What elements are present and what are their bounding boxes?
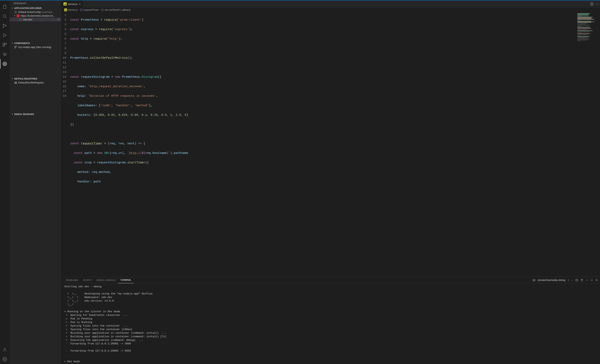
minimap[interactable] [576, 12, 600, 277]
svg-point-1 [3, 24, 4, 25]
line-gutter: 123456789101112131415161718 [61, 12, 70, 277]
panel-tabs: PROBLEMS OUTPUT DEBUG CONSOLE TERMINAL /… [61, 277, 600, 283]
section-title: DEVFILE REGISTRIES [14, 78, 37, 80]
breadcrumb-sep: › [99, 8, 100, 11]
section-header-components[interactable]: COMPONENTS [9, 41, 61, 45]
terminal-dropdown[interactable]: /private/tmp/nodejs-debug [538, 279, 565, 282]
extensions-icon[interactable] [0, 40, 9, 50]
method-icon [80, 9, 83, 11]
tree-item-kubeconfig[interactable]: Default KubeConfig /Users/pv... [9, 10, 61, 14]
tab-serverjs[interactable]: JS server.js ✕ [61, 0, 83, 8]
panel-tab-terminal[interactable]: TERMINAL [118, 277, 134, 283]
split-editor-icon[interactable] [590, 2, 593, 6]
breadcrumb-sep: › [78, 8, 79, 11]
svg-rect-17 [15, 83, 17, 84]
registry-icon [14, 81, 17, 84]
search-icon[interactable] [0, 11, 9, 21]
breadcrumb-symbol[interactable]: res.on('finish') callback [104, 8, 131, 11]
section-title: APPLICATION EXPLORER [14, 7, 41, 9]
breadcrumb-symbol[interactable]: requestTimer [84, 8, 99, 11]
main-area: JS server.js ✕ ⋯ JS server.js › requestT… [61, 0, 600, 364]
file-icon [14, 11, 17, 13]
tree-path: /Users/pv... [41, 10, 54, 13]
bottom-panel: PROBLEMS OUTPUT DEBUG CONSOLE TERMINAL /… [61, 277, 600, 364]
svg-rect-11 [19, 18, 22, 21]
namespace-icon [19, 18, 22, 21]
code-editor[interactable]: 123456789101112131415161718 const Promet… [61, 12, 576, 277]
chevron-down-icon [11, 113, 13, 115]
tree-item-registry[interactable]: DefaultDevfileRegistry [9, 81, 61, 84]
chevron-down-icon [11, 78, 13, 80]
section-components: COMPONENTS my-nodejs-app (dev running) [9, 41, 61, 49]
svg-rect-20 [80, 9, 82, 11]
chevron-down-icon [13, 15, 16, 17]
svg-point-9 [4, 348, 6, 350]
breadcrumb-file[interactable]: server.js [68, 8, 77, 11]
tree-label: odo-dev [23, 18, 32, 21]
svg-rect-21 [533, 279, 535, 281]
panel-tab-output[interactable]: OUTPUT [80, 277, 94, 283]
svg-rect-4 [3, 43, 5, 45]
activity-bar [0, 0, 9, 364]
split-terminal-icon[interactable] [575, 279, 578, 282]
svg-rect-5 [5, 43, 7, 45]
svg-rect-14 [15, 47, 16, 48]
source-control-icon[interactable] [0, 21, 9, 30]
tree-item-cluster[interactable]: https://kubernetes.docker.int... [9, 14, 61, 18]
terminal-launch-icon[interactable] [533, 279, 535, 282]
tree-label: https://kubernetes.docker.int... [21, 14, 55, 17]
section-devfile: DEVFILE REGISTRIES DefaultDevfileRegistr… [9, 77, 61, 84]
openshift-cluster-icon [17, 14, 19, 17]
javascript-icon: JS [64, 9, 67, 11]
app-root: OPENSHIFT ⋯ APPLICATION EXPLORER Default… [0, 0, 600, 364]
terminal-output[interactable]: Starting odo dev --debug / \__ Developin… [61, 283, 600, 364]
editor-wrap: 123456789101112131415161718 const Promet… [61, 12, 600, 277]
tabs-bar: JS server.js ✕ ⋯ [61, 0, 600, 8]
openshift-icon[interactable] [0, 59, 9, 69]
svg-rect-6 [3, 45, 5, 46]
svg-point-2 [3, 27, 4, 27]
svg-rect-12 [15, 46, 16, 47]
close-panel-icon[interactable]: ✕ [596, 279, 598, 282]
section-app-explorer: APPLICATION EXPLORER Default KubeConfig … [9, 6, 61, 21]
tab-label: server.js [68, 3, 77, 6]
tree-item-namespace[interactable]: odo-dev ⇄ [9, 18, 61, 21]
more-icon[interactable]: ⋯ [596, 3, 598, 6]
code-content[interactable]: const Prometheus = require('prom-client'… [70, 12, 188, 277]
close-icon[interactable]: ✕ [79, 3, 81, 6]
svg-rect-15 [15, 82, 17, 82]
section-title: DEBUG SESSIONS [14, 113, 34, 115]
tree-label: DefaultDevfileRegistry [18, 81, 44, 84]
settings-gear-icon[interactable] [0, 355, 9, 364]
accounts-icon[interactable] [0, 345, 9, 355]
chevron-down-icon [11, 7, 13, 9]
panel-tab-debug-console[interactable]: DEBUG CONSOLE [94, 277, 118, 283]
method-icon [101, 9, 104, 11]
section-title: COMPONENTS [14, 42, 30, 45]
section-header-devfile[interactable]: DEVFILE REGISTRIES [9, 77, 61, 81]
panel-actions: /private/tmp/nodejs-debug + ⌄ ⋯ ✕ [533, 279, 598, 282]
chevron-down-icon [11, 42, 13, 45]
javascript-icon: JS [64, 2, 67, 6]
section-debug: DEBUG SESSIONS [9, 112, 61, 116]
kubernetes-icon[interactable] [0, 50, 9, 59]
maximize-icon[interactable] [591, 279, 593, 282]
run-debug-icon[interactable] [0, 30, 9, 40]
sidebar-title: OPENSHIFT [13, 2, 27, 5]
new-terminal-icon[interactable]: + [568, 279, 569, 282]
section-header-app-explorer[interactable]: APPLICATION EXPLORER [9, 6, 61, 10]
explorer-icon[interactable] [0, 2, 9, 11]
more-icon[interactable]: ⋯ [56, 2, 58, 5]
chevron-down-icon[interactable]: ⌄ [572, 279, 573, 281]
sync-icon[interactable]: ⇄ [57, 18, 59, 21]
svg-rect-16 [15, 82, 17, 83]
svg-point-0 [3, 15, 6, 18]
breadcrumbs[interactable]: JS server.js › requestTimer › res.on('fi… [61, 8, 600, 12]
more-icon[interactable]: ⋯ [586, 279, 588, 282]
section-header-debug[interactable]: DEBUG SESSIONS [9, 112, 61, 116]
panel-tab-problems[interactable]: PROBLEMS [64, 277, 80, 283]
tree-item-component[interactable]: my-nodejs-app (dev running) [9, 45, 61, 49]
tab-actions: ⋯ [589, 0, 600, 8]
trash-icon[interactable] [581, 279, 583, 282]
svg-point-10 [4, 359, 5, 360]
